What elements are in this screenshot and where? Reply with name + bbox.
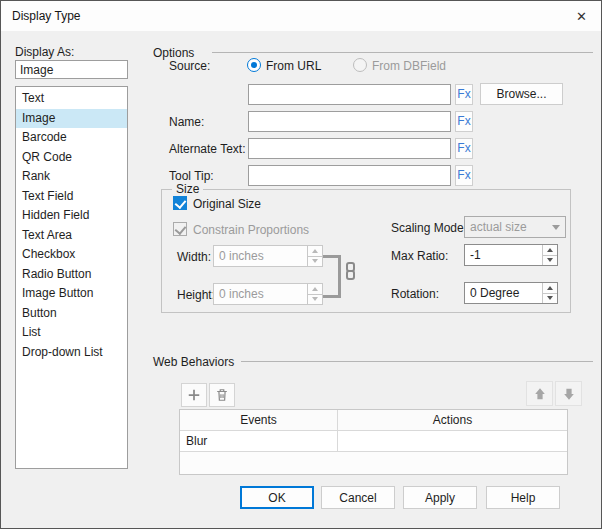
max-ratio-value[interactable]: -1 (465, 245, 542, 265)
from-url-label: From URL (266, 58, 321, 74)
height-spin-up-icon (308, 284, 322, 295)
max-ratio-spinner[interactable]: -1 (464, 244, 558, 266)
display-as-label: Display As: (15, 44, 74, 60)
chain-link-icon (346, 262, 355, 280)
rotation-value[interactable]: 0 Degree (465, 283, 542, 303)
max-ratio-spin-up-icon[interactable] (543, 245, 557, 256)
add-behavior-button[interactable] (181, 383, 207, 407)
move-down-button (555, 381, 582, 406)
list-item-radio-button[interactable]: Radio Button (16, 265, 127, 285)
title-bar: Display Type ✕ (1, 1, 601, 31)
browse-button[interactable]: Browse... (480, 83, 563, 105)
rotation-spin-down-icon[interactable] (543, 294, 557, 304)
constrain-proportions-label: Constrain Proportions (193, 222, 309, 238)
list-item-text[interactable]: Text (16, 89, 127, 109)
scaling-mode-value: actual size (465, 217, 547, 237)
width-value: 0 inches (214, 246, 307, 266)
plus-icon (187, 388, 201, 402)
alternate-text-label: Alternate Text: (169, 141, 246, 157)
web-behaviors-section-label: Web Behaviors (153, 354, 234, 370)
rotation-spin-up-icon[interactable] (543, 283, 557, 294)
trash-icon (215, 388, 229, 402)
width-spin-up-icon (308, 246, 322, 257)
arrow-up-icon (533, 387, 547, 401)
cancel-button[interactable]: Cancel (321, 486, 395, 509)
height-value: 0 inches (214, 284, 307, 304)
max-ratio-spin-down-icon[interactable] (543, 256, 557, 266)
list-item-image-button[interactable]: Image Button (16, 284, 127, 304)
close-icon: ✕ (576, 9, 587, 24)
event-cell[interactable]: Blur (180, 431, 338, 451)
display-type-list[interactable]: Text Image Barcode QR Code Rank Text Fie… (15, 86, 128, 469)
display-as-input[interactable] (15, 60, 128, 79)
url-input[interactable] (248, 84, 451, 105)
rotation-label: Rotation: (391, 286, 439, 302)
window-title: Display Type (12, 9, 80, 23)
list-item-button[interactable]: Button (16, 304, 127, 324)
apply-button[interactable]: Apply (403, 486, 477, 509)
original-size-label: Original Size (193, 196, 261, 212)
move-up-button (526, 381, 553, 406)
list-item-text-area[interactable]: Text Area (16, 226, 127, 246)
list-item-rank[interactable]: Rank (16, 167, 127, 187)
fx-icon: Fx (457, 87, 470, 101)
scaling-mode-label: Scaling Mode: (391, 220, 467, 236)
fx-icon: Fx (457, 141, 470, 155)
scaling-mode-select: actual size (464, 216, 566, 238)
list-item-hidden-field[interactable]: Hidden Field (16, 206, 127, 226)
events-column-header: Events (180, 410, 338, 430)
link-bracket-bottom (323, 295, 341, 298)
list-item-image[interactable]: Image (16, 109, 127, 129)
list-item-text-field[interactable]: Text Field (16, 187, 127, 207)
original-size-checkbox[interactable] (173, 196, 187, 210)
name-input[interactable] (248, 111, 451, 132)
display-type-dialog: Display Type ✕ Display As: Text Image Ba… (0, 0, 602, 529)
close-button[interactable]: ✕ (570, 6, 592, 26)
size-group-label: Size (172, 182, 203, 197)
height-spinner: 0 inches (213, 283, 323, 305)
options-section-rule (212, 52, 593, 53)
list-item-checkbox[interactable]: Checkbox (16, 245, 127, 265)
source-label: Source: (169, 58, 210, 74)
alternate-text-formula-button[interactable]: Fx (455, 138, 473, 159)
alternate-text-input[interactable] (248, 138, 451, 159)
list-item-barcode[interactable]: Barcode (16, 128, 127, 148)
table-empty-area (180, 452, 567, 474)
height-spin-down-icon (308, 295, 322, 305)
rotation-spinner[interactable]: 0 Degree (464, 282, 558, 304)
tool-tip-formula-button[interactable]: Fx (455, 165, 473, 186)
width-label: Width: (177, 249, 211, 265)
width-spinner: 0 inches (213, 245, 323, 267)
from-dbfield-radio (353, 58, 367, 72)
list-item-list[interactable]: List (16, 323, 127, 343)
url-formula-button[interactable]: Fx (455, 84, 473, 105)
ok-button[interactable]: OK (240, 486, 314, 509)
name-formula-button[interactable]: Fx (455, 111, 473, 132)
help-button[interactable]: Help (486, 486, 560, 509)
fx-icon: Fx (457, 168, 470, 182)
from-url-radio[interactable] (247, 58, 261, 72)
table-header-row: Events Actions (180, 410, 567, 431)
max-ratio-label: Max Ratio: (391, 248, 448, 264)
tool-tip-input[interactable] (248, 165, 451, 186)
radio-dot-icon (251, 62, 257, 68)
action-cell[interactable] (338, 431, 567, 451)
web-behaviors-table: Events Actions Blur (179, 409, 568, 475)
constrain-proportions-checkbox (173, 222, 187, 236)
name-label: Name: (169, 114, 204, 130)
delete-behavior-button[interactable] (209, 383, 235, 407)
chevron-down-icon (547, 217, 565, 237)
list-item-drop-down-list[interactable]: Drop-down List (16, 343, 127, 363)
actions-column-header: Actions (338, 410, 567, 430)
fx-icon: Fx (457, 114, 470, 128)
arrow-down-icon (562, 387, 576, 401)
from-dbfield-label: From DBField (372, 58, 446, 74)
table-row[interactable]: Blur (180, 431, 567, 452)
web-behaviors-section-rule (241, 361, 593, 362)
width-spin-down-icon (308, 257, 322, 267)
list-item-qr-code[interactable]: QR Code (16, 148, 127, 168)
link-bracket-vertical (338, 255, 341, 298)
height-label: Height: (177, 287, 215, 303)
